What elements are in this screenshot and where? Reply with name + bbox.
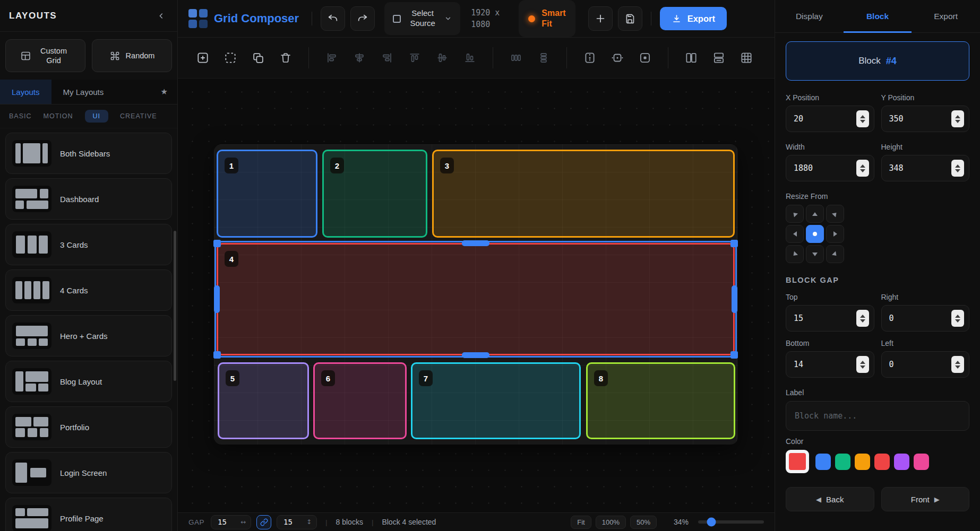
- x-position-stepper[interactable]: [856, 110, 869, 127]
- resize-from-top-left[interactable]: [786, 205, 804, 223]
- gap-left-input[interactable]: 0: [881, 351, 970, 378]
- redo-button[interactable]: [350, 6, 375, 31]
- layout-item-profile-page[interactable]: Profile Page: [5, 498, 172, 531]
- tab-my-layouts[interactable]: My Layouts: [51, 80, 116, 104]
- align-middle-v-button[interactable]: [432, 48, 452, 68]
- align-right-button[interactable]: [377, 48, 397, 68]
- zoom-slider-knob[interactable]: [707, 518, 716, 527]
- layout-item-hero-cards[interactable]: Hero + Cards: [5, 315, 172, 356]
- width-input[interactable]: 1880: [786, 155, 874, 181]
- center-h-canvas-button[interactable]: [580, 48, 600, 68]
- layout-item-dashboard[interactable]: Dashboard: [5, 178, 172, 220]
- gap-right-stepper[interactable]: [951, 310, 964, 327]
- resize-handle-tl[interactable]: [213, 240, 221, 247]
- align-top-button[interactable]: [405, 48, 425, 68]
- zoom-50-button[interactable]: 50%: [630, 516, 657, 529]
- resize-handle-r[interactable]: [732, 285, 737, 313]
- block-name-input[interactable]: Block name...: [786, 401, 969, 431]
- align-center-h-button[interactable]: [349, 48, 369, 68]
- canvas-block-2[interactable]: 2: [322, 150, 427, 238]
- canvas-block-6[interactable]: 6: [313, 362, 407, 439]
- layout-item-portfolio[interactable]: Portfolio: [5, 406, 172, 448]
- tab-layouts[interactable]: Layouts: [0, 80, 51, 104]
- resize-handle-bl[interactable]: [213, 351, 221, 359]
- distribute-v-button[interactable]: [534, 48, 554, 68]
- split-rows-button[interactable]: [709, 48, 729, 68]
- zoom-slider[interactable]: [698, 520, 764, 524]
- send-back-button[interactable]: ◀ Back: [786, 487, 874, 511]
- resize-from-bottom-left[interactable]: [786, 245, 804, 263]
- zoom-100-button[interactable]: 100%: [596, 516, 626, 529]
- center-v-canvas-button[interactable]: [607, 48, 627, 68]
- gap-horizontal-input[interactable]: 15 ↔: [211, 515, 251, 529]
- save-button[interactable]: [618, 6, 642, 31]
- canvas-block-3[interactable]: 3: [432, 150, 735, 238]
- layout-item-both-sidebars[interactable]: Both Sidebars: [5, 133, 172, 174]
- resize-handle-t[interactable]: [462, 240, 489, 246]
- resize-from-top[interactable]: [806, 205, 824, 223]
- resize-from-bottom[interactable]: [806, 245, 824, 263]
- color-swatch-5[interactable]: [894, 454, 909, 470]
- smart-fit-toggle[interactable]: Smart Fit: [519, 0, 575, 37]
- filter-basic[interactable]: BASIC: [9, 112, 32, 120]
- gap-bottom-stepper[interactable]: [856, 356, 869, 373]
- filter-motion[interactable]: MOTION: [44, 112, 73, 120]
- gap-link-toggle[interactable]: [256, 515, 271, 529]
- select-source-dropdown[interactable]: Select Source: [384, 2, 460, 35]
- layout-item-blog-layout[interactable]: Blog Layout: [5, 361, 172, 402]
- layout-item-login-screen[interactable]: Login Screen: [5, 452, 172, 493]
- filter-creative[interactable]: CREATIVE: [120, 112, 157, 120]
- resize-handle-b[interactable]: [462, 352, 489, 358]
- center-both-button[interactable]: [635, 48, 655, 68]
- resize-handle-tr[interactable]: [730, 240, 738, 247]
- random-layout-button[interactable]: Random: [92, 39, 172, 72]
- gap-top-input[interactable]: 15: [786, 305, 874, 332]
- canvas-block-7[interactable]: 7: [411, 362, 581, 439]
- resize-handle-l[interactable]: [214, 285, 220, 313]
- star-icon[interactable]: ★: [161, 87, 168, 97]
- delete-block-button[interactable]: [276, 48, 296, 68]
- bring-front-button[interactable]: Front ▶: [881, 487, 970, 511]
- height-input[interactable]: 348: [881, 155, 970, 181]
- height-stepper[interactable]: [951, 160, 964, 177]
- tab-block[interactable]: Block: [844, 0, 912, 32]
- resize-from-bottom-right[interactable]: [826, 245, 844, 263]
- custom-grid-button[interactable]: Custom Grid: [5, 39, 85, 72]
- resize-from-right[interactable]: [826, 225, 844, 243]
- layout-item-4-cards[interactable]: 4 Cards: [5, 269, 172, 311]
- layout-item-3-cards[interactable]: 3 Cards: [5, 224, 172, 265]
- current-color-swatch[interactable]: [786, 450, 809, 473]
- resize-from-center[interactable]: [806, 225, 824, 243]
- color-swatch-6[interactable]: [914, 454, 929, 470]
- canvas-block-8[interactable]: 8: [586, 362, 735, 439]
- add-block-button[interactable]: [193, 48, 213, 68]
- tab-export[interactable]: Export: [912, 0, 980, 32]
- gap-left-stepper[interactable]: [951, 356, 964, 373]
- canvas-area[interactable]: 12345678: [178, 79, 775, 512]
- gap-vertical-input[interactable]: 15 ↕: [277, 515, 317, 529]
- resize-from-left[interactable]: [786, 225, 804, 243]
- tab-display[interactable]: Display: [775, 0, 844, 32]
- filter-ui[interactable]: UI: [85, 110, 109, 123]
- gap-top-stepper[interactable]: [856, 310, 869, 327]
- sidebar-scrollbar[interactable]: [174, 231, 176, 381]
- sidebar-collapse-button[interactable]: [154, 8, 169, 23]
- canvas-block-5[interactable]: 5: [218, 362, 309, 439]
- undo-button[interactable]: [321, 6, 345, 31]
- y-position-stepper[interactable]: [951, 110, 964, 127]
- y-position-input[interactable]: 350: [881, 106, 970, 132]
- split-columns-button[interactable]: [681, 48, 701, 68]
- resize-from-top-right[interactable]: [826, 205, 844, 223]
- distribute-h-button[interactable]: [506, 48, 526, 68]
- color-swatch-2[interactable]: [835, 454, 850, 470]
- resize-handle-br[interactable]: [730, 351, 738, 359]
- canvas-block-4[interactable]: 4: [217, 243, 735, 355]
- add-canvas-button[interactable]: [588, 6, 613, 31]
- width-stepper[interactable]: [856, 160, 869, 177]
- align-left-button[interactable]: [322, 48, 342, 68]
- artboard[interactable]: 12345678: [214, 144, 738, 445]
- marquee-select-button[interactable]: [220, 48, 240, 68]
- duplicate-button[interactable]: [248, 48, 268, 68]
- color-swatch-4[interactable]: [874, 454, 890, 470]
- canvas-block-1[interactable]: 1: [217, 150, 317, 238]
